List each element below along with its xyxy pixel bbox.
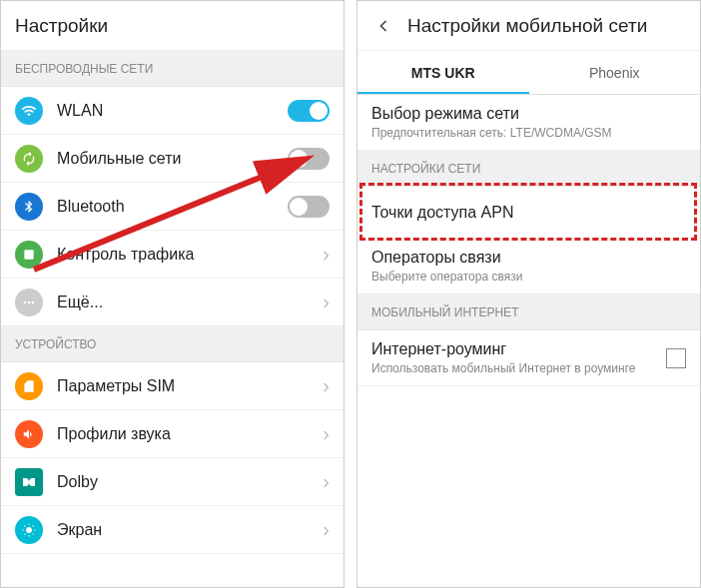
row-display[interactable]: Экран › [1,506,344,554]
bluetooth-toggle[interactable] [288,196,330,218]
traffic-label: Контроль трафика [57,246,323,264]
roaming-sub: Использовать мобильный Интернет в роумин… [371,361,666,375]
more-label: Ещё... [57,294,323,311]
tab-mts[interactable]: MTS UKR [357,51,529,94]
sim-label: Параметры SIM [57,377,323,395]
mobile-icon [15,145,43,173]
chevron-right-icon: › [323,422,330,445]
row-sim[interactable]: Параметры SIM › [1,362,344,410]
row-wlan[interactable]: WLAN [1,87,344,135]
dolby-label: Dolby [57,473,323,491]
chevron-right-icon: › [323,470,330,493]
tab-phoenix[interactable]: Phoenix [529,51,701,94]
operators-sub: Выберите оператора связи [371,270,686,284]
sound-label: Профили звука [57,425,323,443]
mobile-toggle[interactable] [288,148,330,170]
section-device: УСТРОЙСТВО [1,326,344,362]
row-operators[interactable]: Операторы связи Выберите оператора связи [357,239,700,294]
row-more[interactable]: Ещё... › [1,279,344,326]
dolby-icon [15,468,43,496]
svg-point-2 [28,300,31,303]
back-button[interactable] [371,14,395,38]
mobile-network-panel-right: Настройки мобильной сети MTS UKR Phoenix… [356,0,701,588]
mobile-label: Мобильные сети [57,150,288,168]
row-sound[interactable]: Профили звука › [1,410,344,458]
row-roaming[interactable]: Интернет-роуминг Использовать мобильный … [357,330,700,386]
sim-tabs: MTS UKR Phoenix [357,51,700,95]
row-network-mode[interactable]: Выбор режима сети Предпочтительная сеть:… [357,95,700,151]
row-mobile-networks[interactable]: Мобильные сети [1,135,344,183]
chevron-right-icon: › [323,518,330,541]
sound-icon [15,420,43,448]
roaming-checkbox[interactable] [666,348,686,368]
section-network-settings: НАСТРОЙКИ СЕТИ [357,151,700,187]
chevron-right-icon: › [323,374,330,397]
wlan-label: WLAN [57,102,288,120]
page-title: Настройки мобильной сети [407,15,647,37]
display-icon [15,516,43,544]
svg-rect-0 [24,250,33,259]
operators-title: Операторы связи [371,249,686,267]
row-bluetooth[interactable]: Bluetooth [1,183,344,231]
section-mobile-internet: МОБИЛЬНЫЙ ИНТЕРНЕТ [357,294,700,330]
svg-point-5 [26,527,32,533]
svg-point-1 [24,300,27,303]
page-title: Настройки [15,15,108,37]
network-mode-title: Выбор режима сети [371,105,686,123]
section-wireless: БЕСПРОВОДНЫЕ СЕТИ [1,51,344,87]
settings-panel-left: Настройки БЕСПРОВОДНЫЕ СЕТИ WLAN Мобильн… [0,0,345,588]
wifi-icon [15,97,43,125]
display-label: Экран [57,521,323,539]
roaming-title: Интернет-роуминг [371,340,666,358]
traffic-icon [15,241,43,269]
wlan-toggle[interactable] [288,100,330,122]
row-apn[interactable]: Точки доступа APN [357,187,700,239]
row-dolby[interactable]: Dolby › [1,458,344,506]
chevron-right-icon: › [323,291,330,313]
apn-label: Точки доступа APN [371,204,686,222]
more-icon [15,289,43,316]
mobile-network-header: Настройки мобильной сети [357,1,700,51]
sim-icon [15,372,43,400]
settings-header: Настройки [1,1,344,51]
bluetooth-icon [15,193,43,221]
chevron-right-icon: › [323,243,330,266]
row-traffic[interactable]: Контроль трафика › [1,231,344,279]
bluetooth-label: Bluetooth [57,198,288,216]
svg-point-3 [32,300,35,303]
network-mode-sub: Предпочтительная сеть: LTE/WCDMA/GSM [371,126,686,140]
